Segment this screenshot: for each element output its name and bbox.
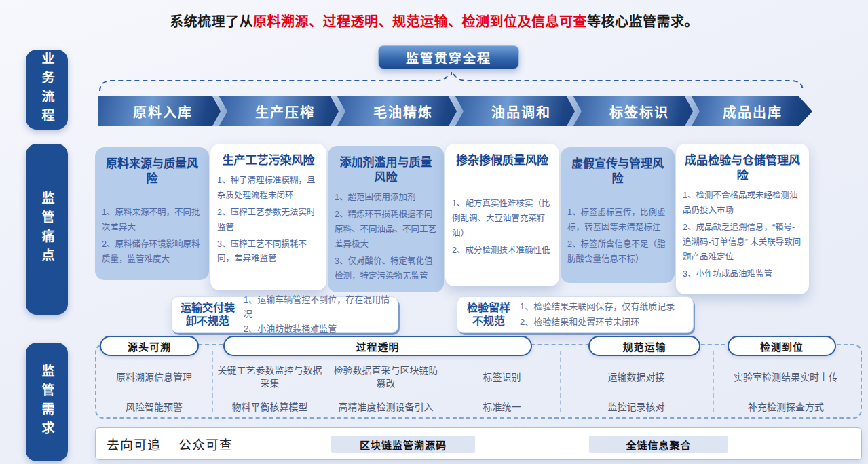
requirement-column-source: 原料溯源信息管理 风险智能预警: [96, 345, 212, 417]
requirement-item: 风险智能预警: [96, 401, 212, 414]
sidebar-item-business-flow: 业务流程: [26, 50, 68, 130]
footer-label-traceable-destination: 去向可追: [107, 435, 161, 453]
title-suffix: 等核心监管需求。: [587, 14, 698, 29]
pain-card-item: 2、精炼环节损耗根据不同原料、不同油品、不同工艺差异极大: [335, 208, 437, 252]
flow-step-pressing: 生产压榨: [216, 96, 350, 126]
requirement-item: 原料溯源信息管理: [96, 371, 212, 384]
pain-card-item: 1、标签虚标宣传，比例虚标，转基因等未清楚标注: [567, 206, 668, 235]
process-flow-band: 原料入库 生产压榨 毛油精炼 油品调和 标签标识 成品出库: [98, 96, 808, 126]
footer-chip-full-chain-info: 全链信息聚合: [589, 436, 728, 453]
pain-card-item: 3、仅对酸价、特定氧化值检测，特定污染物无监管: [335, 254, 437, 284]
title-highlight: 原料溯源、过程透明、规范运输、检测到位及信息可查: [253, 14, 587, 29]
infographic-canvas: 系统梳理了从原料溯源、过程透明、规范运输、检测到位及信息可查等核心监管需求。 监…: [0, 0, 868, 464]
issue-card-item: 2、小油坊散装桶难监管: [244, 322, 391, 336]
footer-chip-blockchain-trace-code: 区块链监管溯源码: [331, 436, 475, 453]
pain-card-adulteration: 掺杂掺假质量风险 1、配方真实性难核实（比例乱调、大豆油冒充菜籽油） 2、成分检…: [445, 144, 559, 286]
footer-left-labels: 去向可追 公众可查: [107, 428, 233, 459]
requirement-item: 监控记录核对: [560, 401, 713, 414]
pain-card-item: 1、超范围使用添加剂: [335, 191, 437, 206]
footer-label-public-query: 公众可查: [178, 435, 233, 453]
issue-card-item: 1、运输车辆管控不到位，存在混用情况: [244, 293, 391, 322]
flow-step-labeling: 标签标识: [571, 96, 704, 126]
pain-card-item: 1、原料来源不明，不同批次差异大: [102, 206, 202, 235]
pain-cards-row: 原料来源与质量风险 1、原料来源不明，不同批次差异大 2、原料储存环境影响原料质…: [95, 144, 809, 294]
requirement-item: 实验室检测结果实时上传: [713, 371, 859, 384]
sidebar-label: 监管痛点: [38, 191, 56, 267]
flow-step-raw-inbound: 原料入库: [98, 96, 227, 126]
flow-step-blending: 油品调和: [453, 96, 586, 126]
sidebar-label: 业务流程: [38, 52, 56, 128]
requirement-item: 关键工艺参数监控与数据采集: [212, 364, 328, 390]
requirement-column-process: 关键工艺参数监控与数据采集 检验数据直采与区块链防篡改 标签识别 物料平衡核算模…: [212, 345, 560, 417]
pain-card-additive-abuse: 添加剂滥用与质量风险 1、超范围使用添加剂 2、精炼环节损耗根据不同原料、不同油…: [328, 146, 444, 292]
title-prefix: 系统梳理了从: [170, 14, 253, 29]
flow-step-refining: 毛油精炼: [335, 96, 468, 126]
issue-card-item: 1、检验结果未联网保存，仅有纸质记录: [520, 300, 686, 314]
full-process-badge: 监管贯穿全程: [378, 45, 519, 69]
sidebar-item-requirements: 监管需求: [26, 343, 68, 461]
requirement-item: 标准统一: [444, 401, 560, 414]
pain-card-raw-material: 原料来源与质量风险 1、原料来源不明，不同批次差异大 2、原料储存环境影响原料质…: [95, 147, 209, 280]
issue-card-sampling: 检验留样不规范 1、检验结果未联网保存，仅有纸质记录 2、检验结果和处置环节未闭…: [457, 296, 694, 333]
dashed-connector-line: [96, 72, 807, 92]
pain-card-process-pollution: 生产工艺污染风险 1、种子清理标准模糊，且杂质处理流程未闭环 2、压榨工艺参数无…: [210, 144, 326, 290]
requirements-panel: 源头可溯 过程透明 规范运输 检测到位 原料溯源信息管理 风险智能预警 关键工艺…: [95, 344, 862, 419]
requirement-item: 补充检测探查方式: [713, 401, 859, 414]
pain-card-item: 1、检测不合格品或未经检测油品仍投入市场: [683, 189, 802, 218]
pain-card-title: 虚假宣传与管理风险: [567, 157, 668, 187]
pain-card-false-advertising: 虚假宣传与管理风险 1、标签虚标宣传，比例虚标，转基因等未清楚标注 2、标签所含…: [561, 147, 675, 283]
pain-card-title: 掺杂掺假质量风险: [452, 153, 552, 168]
requirement-item: 运输数据对接: [560, 371, 713, 384]
pain-card-item: 2、原料储存环境影响原料质量，监管难度大: [102, 237, 202, 267]
pain-card-inspection-warehouse: 成品检验与仓储管理风险 1、检测不合格品或未经检测油品仍投入市场 2、成品缺乏追…: [676, 144, 809, 294]
pain-card-title: 成品检验与仓储管理风险: [683, 153, 802, 183]
pain-card-item: 3、小作坊成品油难监管: [683, 267, 802, 282]
requirement-item: 高精准度检测设备引入: [328, 401, 444, 414]
sidebar-item-pain-points: 监管痛点: [26, 144, 68, 315]
flow-step-outbound: 成品出库: [689, 96, 812, 126]
sidebar-label: 监管需求: [38, 364, 56, 440]
pain-card-item: 3、压榨工艺不同损耗不同，差异难监管: [217, 237, 320, 267]
pain-card-title: 原料来源与质量风险: [102, 157, 202, 187]
requirement-item: 检验数据直采与区块链防篡改: [328, 364, 444, 390]
pain-card-item: 2、成分检测技术准确性低: [452, 244, 552, 258]
requirement-item: 物料平衡核算模型: [212, 401, 328, 414]
requirement-column-testing: 实验室检测结果实时上传 补充检测探查方式: [713, 345, 859, 417]
issue-card-transport: 运输交付装卸不规范 1、运输车辆管控不到位，存在混用情况 2、小油坊散装桶难监管: [171, 296, 398, 333]
pain-card-title: 生产工艺污染风险: [217, 153, 320, 168]
issue-card-title: 检验留样不规范: [464, 301, 513, 328]
footer-bar: 去向可追 公众可查 区块链监管溯源码 全链信息聚合: [95, 427, 862, 460]
pain-card-item: 1、种子清理标准模糊，且杂质处理流程未闭环: [217, 174, 320, 204]
issue-card-item: 2、检验结果和处置环节未闭环: [520, 315, 686, 330]
pain-card-item: 2、成品缺乏追溯信息，“箱号-追溯码-订单信息” 未关联导致问题产品难定位: [683, 220, 802, 265]
pain-card-item: 2、标签所含信息不足（脂肪酸含量信息不标）: [567, 237, 668, 267]
requirement-item: 标签识别: [444, 371, 560, 384]
pain-card-item: 1、配方真实性难核实（比例乱调、大豆油冒充菜籽油）: [452, 197, 552, 241]
issue-card-title: 运输交付装卸不规范: [178, 301, 237, 328]
requirement-column-transport: 运输数据对接 监控记录核对: [560, 345, 713, 417]
page-title: 系统梳理了从原料溯源、过程透明、规范运输、检测到位及信息可查等核心监管需求。: [0, 11, 868, 31]
pain-card-item: 2、压榨工艺参数无法实时监管: [217, 206, 320, 235]
pain-card-title: 添加剂滥用与质量风险: [335, 155, 437, 185]
